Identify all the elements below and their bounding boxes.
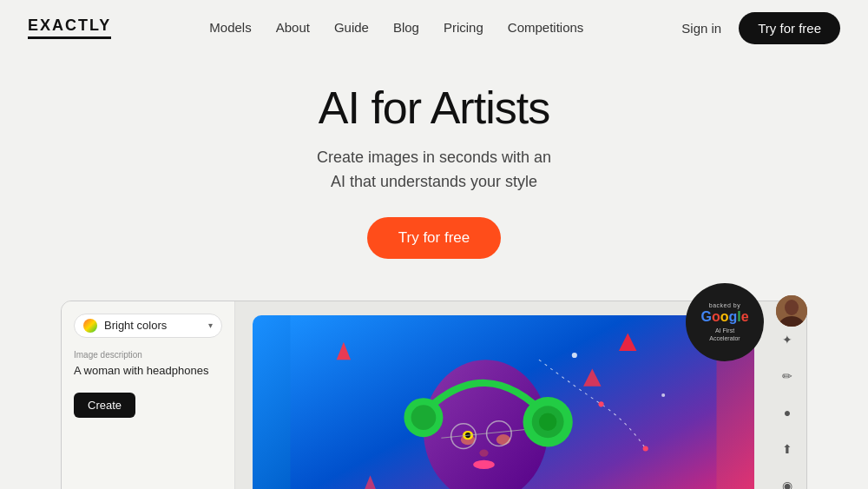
svg-point-27 [643, 446, 648, 451]
avatar[interactable] [776, 295, 807, 327]
main-image [253, 315, 754, 489]
svg-point-1 [785, 300, 799, 315]
logo[interactable]: exactly [28, 17, 111, 39]
nav-link-guide[interactable]: Guide [334, 20, 369, 35]
navigation: exactly Models About Guide Blog Pricing … [0, 0, 868, 56]
hero-subtext-line1: Create images in seconds with an [317, 149, 551, 166]
right-toolbar: ✦ ✏ ● ⬆ ◉ ⚙ [775, 327, 799, 489]
chevron-down-icon: ▾ [208, 320, 213, 330]
svg-point-29 [661, 393, 665, 397]
nav-link-competitions[interactable]: Competitions [508, 20, 584, 35]
avatar-image [776, 295, 807, 327]
demo-area: backed by Google AI FirstAccelerator Bri… [61, 283, 807, 489]
image-description-text: A woman with headphones [74, 363, 222, 379]
google-subtitle: AI FirstAccelerator [709, 327, 740, 342]
left-panel: Bright colors ▾ Image description A woma… [62, 301, 235, 489]
nav-link-blog[interactable]: Blog [393, 20, 419, 35]
logo-underline [28, 36, 111, 39]
share-icon[interactable]: ⬆ [775, 437, 799, 461]
hero-subtext-line2: AI that understands your style [331, 173, 537, 190]
google-badge: backed by Google AI FirstAccelerator [686, 283, 764, 361]
style-selector[interactable]: Bright colors ▾ [74, 314, 222, 338]
circle-icon[interactable]: ● [775, 400, 799, 425]
pen-icon[interactable]: ✏ [775, 364, 799, 388]
image-description-label: Image description [74, 350, 222, 360]
logo-text: exactly [28, 17, 111, 35]
nav-link-models[interactable]: Models [209, 20, 251, 35]
style-label: Bright colors [104, 319, 201, 332]
svg-point-11 [479, 449, 488, 456]
svg-point-20 [411, 405, 437, 430]
svg-point-8 [496, 434, 510, 445]
create-button[interactable]: Create [74, 393, 135, 418]
google-logo-text: Google [700, 310, 748, 324]
svg-point-26 [598, 401, 603, 406]
nav-link-pricing[interactable]: Pricing [444, 20, 483, 35]
hero-heading: AI for Artists [0, 82, 868, 134]
sign-in-link[interactable]: Sign in [681, 21, 721, 36]
svg-point-28 [572, 353, 577, 358]
nav-links: Models About Guide Blog Pricing Competit… [209, 20, 583, 36]
magic-wand-icon[interactable]: ✦ [775, 327, 799, 352]
hero-subtext: Create images in seconds with an AI that… [0, 146, 868, 195]
nav-link-about[interactable]: About [276, 20, 310, 35]
nav-right: Sign in Try for free [681, 12, 840, 44]
try-free-hero-button[interactable]: Try for free [367, 217, 502, 259]
style-dot [83, 319, 97, 333]
svg-point-12 [473, 460, 495, 469]
eye-icon[interactable]: ◉ [775, 473, 799, 489]
ai-generated-image [253, 315, 754, 489]
svg-point-18 [539, 413, 556, 430]
backed-by-text: backed by [709, 302, 740, 308]
try-free-nav-button[interactable]: Try for free [739, 12, 840, 44]
hero-section: AI for Artists Create images in seconds … [0, 56, 868, 259]
